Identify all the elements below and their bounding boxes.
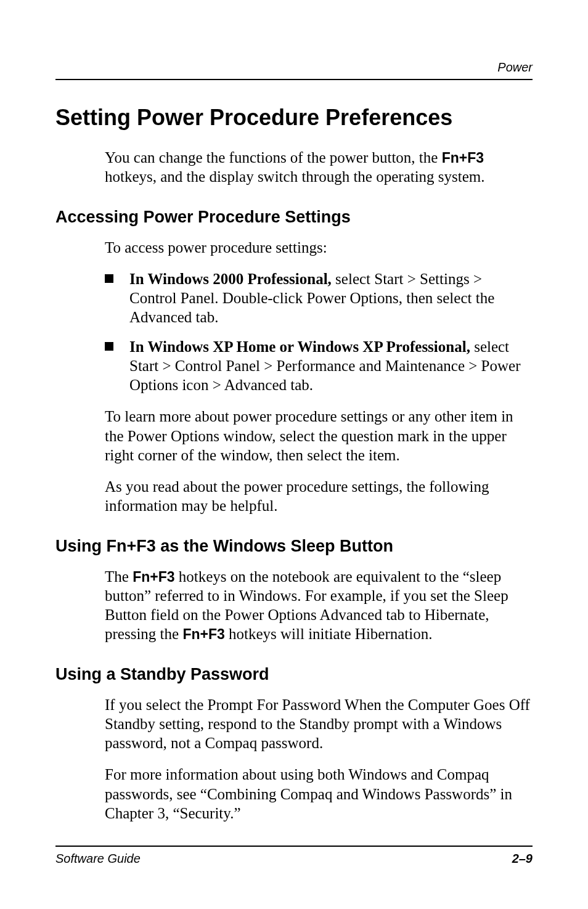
list-item: In Windows 2000 Professional, select Sta… <box>105 269 533 327</box>
bullet-lead: In Windows XP Home or Windows XP Profess… <box>129 338 470 355</box>
standby-paragraph-1: If you select the Prompt For Password Wh… <box>105 695 533 753</box>
header-rule <box>55 79 533 80</box>
intro-paragraph: You can change the functions of the powe… <box>105 148 533 187</box>
access-intro: To access power procedure settings: <box>105 238 533 257</box>
subsection-heading-accessing: Accessing Power Procedure Settings <box>55 208 533 227</box>
text: hotkeys will initiate Hibernation. <box>225 626 433 642</box>
footer-row: Software Guide 2–9 <box>55 852 533 866</box>
hotkey-label: Fn+F3 <box>182 626 224 642</box>
standby-paragraph-2: For more information about using both Wi… <box>105 765 533 823</box>
bullet-lead: In Windows 2000 Professional, <box>129 271 332 287</box>
list-item: In Windows XP Home or Windows XP Profess… <box>105 337 533 395</box>
page-content: Setting Power Procedure Preferences You … <box>55 105 533 823</box>
learn-more-paragraph: To learn more about power procedure sett… <box>105 407 533 465</box>
page-footer: Software Guide 2–9 <box>55 846 533 866</box>
subsection-heading-standby: Using a Standby Password <box>55 665 533 684</box>
sleep-button-paragraph: The Fn+F3 hotkeys on the notebook are eq… <box>105 567 533 644</box>
text: The <box>105 568 133 585</box>
as-you-read-paragraph: As you read about the power procedure se… <box>105 477 533 516</box>
text: hotkeys, and the display switch through … <box>105 168 485 185</box>
text: You can change the functions of the powe… <box>105 149 442 166</box>
footer-rule <box>55 846 533 847</box>
running-head: Power <box>497 60 533 75</box>
hotkey-label: Fn+F3 <box>133 569 174 585</box>
section-heading: Setting Power Procedure Preferences <box>55 105 533 131</box>
hotkey-label: Fn+F3 <box>442 150 484 166</box>
page-number: 2–9 <box>512 852 533 866</box>
footer-title: Software Guide <box>55 852 141 866</box>
subsection-heading-fnf3: Using Fn+F3 as the Windows Sleep Button <box>55 537 533 556</box>
bullet-list: In Windows 2000 Professional, select Sta… <box>105 269 533 395</box>
